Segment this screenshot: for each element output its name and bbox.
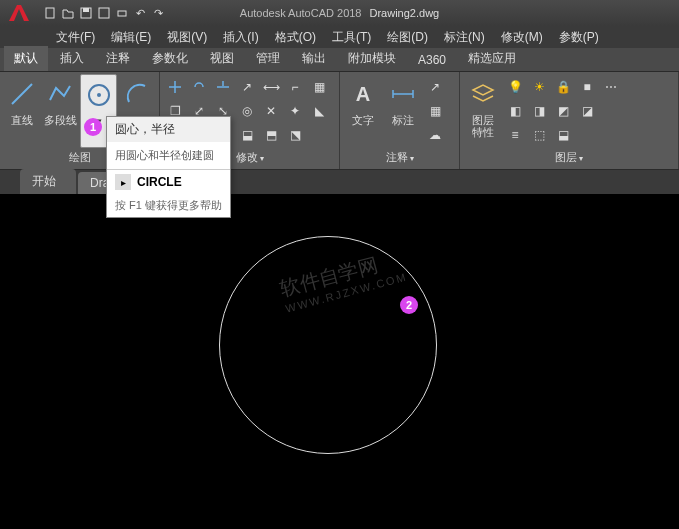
array-icon[interactable]: ▦ [308, 76, 330, 98]
qat-redo-icon[interactable]: ↷ [150, 5, 166, 21]
polyline-button[interactable]: 多段线 [42, 74, 78, 148]
arc-icon [121, 78, 153, 110]
modify-btn-5[interactable]: ⬒ [260, 124, 282, 146]
layer-merge-icon[interactable]: ⬓ [552, 124, 574, 146]
chamfer-icon[interactable]: ◣ [308, 100, 330, 122]
tab-annotate[interactable]: 注释 [96, 46, 140, 71]
layer-lock-icon[interactable]: 🔒 [552, 76, 574, 98]
menubar: 文件(F) 编辑(E) 视图(V) 插入(I) 格式(O) 工具(T) 绘图(D… [0, 26, 679, 48]
layer-state-icon[interactable]: ≡ [504, 124, 526, 146]
annotation-marker-1: 1 [84, 118, 102, 136]
layer-walk-icon[interactable]: ⬚ [528, 124, 550, 146]
layer-match-icon[interactable]: ◩ [552, 100, 574, 122]
layer-off-icon[interactable]: ◨ [528, 100, 550, 122]
mirror-icon[interactable]: ⟷ [260, 76, 282, 98]
tooltip: 圆心，半径 用圆心和半径创建圆 ▸ CIRCLE 按 F1 键获得更多帮助 [106, 116, 231, 218]
dimension-button[interactable]: 标注 [384, 74, 422, 148]
panel-annotate: A 文字 标注 ↗ ▦ ☁ 注释▾ [340, 72, 460, 169]
extend-icon[interactable]: ↗ [236, 76, 258, 98]
tab-addins[interactable]: 附加模块 [338, 46, 406, 71]
dimension-icon [387, 78, 419, 110]
layer-on-icon[interactable]: 💡 [504, 76, 526, 98]
layer-color-icon[interactable]: ■ [576, 76, 598, 98]
tab-output[interactable]: 输出 [292, 46, 336, 71]
tab-default[interactable]: 默认 [4, 46, 48, 71]
drawing-canvas[interactable] [0, 194, 679, 529]
line-button[interactable]: 直线 [4, 74, 40, 148]
layer-properties-label: 图层 特性 [472, 114, 494, 138]
svg-line-5 [12, 84, 32, 104]
svg-rect-0 [46, 8, 54, 18]
trim-icon[interactable] [212, 76, 234, 98]
menu-dim[interactable]: 标注(N) [438, 27, 491, 48]
qat-open-icon[interactable] [60, 5, 76, 21]
layer-iso-icon[interactable]: ◧ [504, 100, 526, 122]
menu-file[interactable]: 文件(F) [50, 27, 101, 48]
menu-insert[interactable]: 插入(I) [217, 27, 264, 48]
dimension-label: 标注 [392, 114, 414, 126]
panel-layers: 图层 特性 💡 ☀ 🔒 ■ ⋯ ◧ ◨ ◩ ◪ ≡ ⬚ [460, 72, 679, 169]
svg-rect-3 [99, 8, 109, 18]
doc-tab-start[interactable]: 开始 [20, 169, 76, 194]
layer-more-icon[interactable]: ⋯ [600, 76, 622, 98]
cloud-icon[interactable]: ☁ [424, 124, 446, 146]
tooltip-command: ▸ CIRCLE [107, 170, 230, 194]
text-icon: A [347, 78, 379, 110]
qat-plot-icon[interactable] [114, 5, 130, 21]
qat-undo-icon[interactable]: ↶ [132, 5, 148, 21]
titlebar: ↶ ↷ Autodesk AutoCAD 2018 Drawing2.dwg [0, 0, 679, 26]
annotation-marker-2: 2 [400, 296, 418, 314]
menu-edit[interactable]: 编辑(E) [105, 27, 157, 48]
modify-btn-4[interactable]: ⬓ [236, 124, 258, 146]
ribbon: 直线 多段线 ▾ 绘图 ↗ ⟷ [0, 72, 679, 170]
ribbon-tabs: 默认 插入 注释 参数化 视图 管理 输出 附加模块 A360 精选应用 [0, 48, 679, 72]
tooltip-title: 圆心，半径 [107, 117, 230, 142]
table-icon[interactable]: ▦ [424, 100, 446, 122]
qat-save-icon[interactable] [78, 5, 94, 21]
line-label: 直线 [11, 114, 33, 126]
document-tabs: 开始 Drawing2* ✕ + [0, 170, 679, 194]
tab-featured[interactable]: 精选应用 [458, 46, 526, 71]
qat-saveas-icon[interactable] [96, 5, 112, 21]
menu-modify[interactable]: 修改(M) [495, 27, 549, 48]
offset-icon[interactable]: ◎ [236, 100, 258, 122]
panel-layers-label: 图层▾ [464, 148, 674, 167]
panel-annotate-label: 注释▾ [344, 148, 455, 167]
svg-rect-4 [118, 11, 126, 16]
layer-freeze-icon[interactable]: ☀ [528, 76, 550, 98]
text-label: 文字 [352, 114, 374, 126]
menu-draw[interactable]: 绘图(D) [381, 27, 434, 48]
tab-a360[interactable]: A360 [408, 49, 456, 71]
layer-properties-button[interactable]: 图层 特性 [464, 74, 502, 148]
layer-prev-icon[interactable]: ◪ [576, 100, 598, 122]
drawn-circle[interactable] [219, 236, 437, 454]
svg-point-7 [97, 93, 101, 97]
polyline-label: 多段线 [44, 114, 77, 126]
menu-param[interactable]: 参数(P) [553, 27, 605, 48]
tab-parametric[interactable]: 参数化 [142, 46, 198, 71]
move-icon[interactable] [164, 76, 186, 98]
menu-tools[interactable]: 工具(T) [326, 27, 377, 48]
svg-rect-2 [83, 8, 89, 12]
modify-btn-6[interactable]: ⬔ [284, 124, 306, 146]
leader-icon[interactable]: ↗ [424, 76, 446, 98]
tab-insert[interactable]: 插入 [50, 46, 94, 71]
fillet-icon[interactable]: ⌐ [284, 76, 306, 98]
erase-icon[interactable]: ✕ [260, 100, 282, 122]
menu-view[interactable]: 视图(V) [161, 27, 213, 48]
tab-manage[interactable]: 管理 [246, 46, 290, 71]
tab-view[interactable]: 视图 [200, 46, 244, 71]
layer-properties-icon [467, 78, 499, 110]
command-name: CIRCLE [137, 175, 182, 189]
doc-tab-start-label: 开始 [32, 174, 56, 188]
quick-access-toolbar: ↶ ↷ [42, 5, 166, 21]
doc-name: Drawing2.dwg [370, 7, 440, 19]
tooltip-help: 按 F1 键获得更多帮助 [107, 194, 230, 217]
app-logo[interactable] [4, 2, 34, 24]
menu-format[interactable]: 格式(O) [269, 27, 322, 48]
qat-new-icon[interactable] [42, 5, 58, 21]
rotate-icon[interactable] [188, 76, 210, 98]
text-button[interactable]: A 文字 [344, 74, 382, 148]
title-text: Autodesk AutoCAD 2018 Drawing2.dwg [240, 7, 439, 19]
explode-icon[interactable]: ✦ [284, 100, 306, 122]
